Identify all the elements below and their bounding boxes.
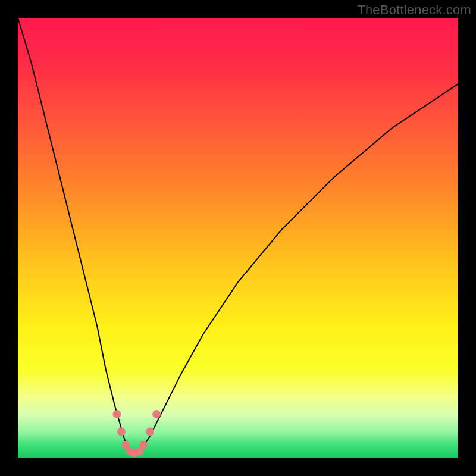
marker-dot — [139, 441, 148, 449]
bottleneck-chart — [18, 18, 458, 458]
marker-dot — [152, 410, 161, 418]
marker-dot — [146, 428, 154, 436]
watermark-text: TheBottleneck.com — [357, 2, 471, 18]
chart-frame — [18, 18, 458, 458]
marker-dot — [117, 428, 126, 436]
marker-dot — [113, 410, 121, 418]
gradient-background — [18, 18, 458, 458]
